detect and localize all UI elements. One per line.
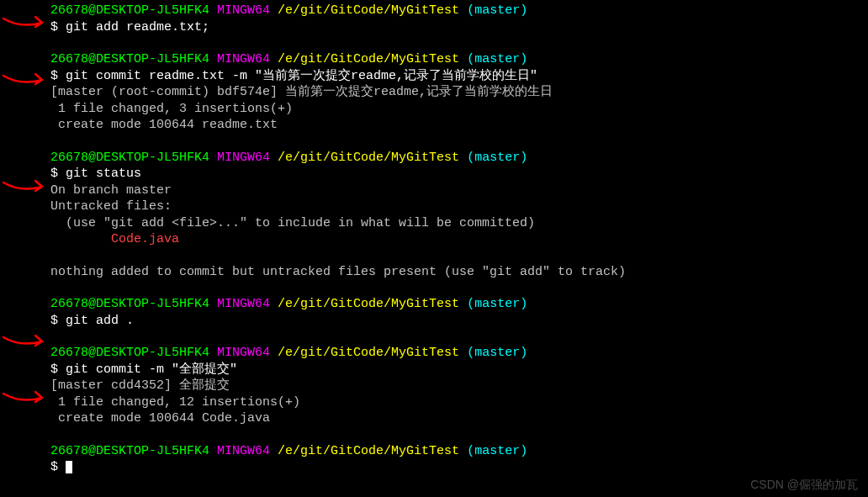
command-text: git commit readme.txt -m "当前第一次提交readme,… <box>66 69 537 83</box>
command-line[interactable]: $ git add readme.txt; <box>50 19 868 36</box>
output-line: 1 file changed, 3 insertions(+) <box>50 101 868 118</box>
command-text: git add . <box>66 314 134 328</box>
annotation-arrow-icon <box>0 72 49 93</box>
output-line: create mode 100644 readme.txt <box>50 117 868 134</box>
watermark: CSDN @倔强的加瓦 <box>750 477 858 492</box>
command-line[interactable]: $ git status <box>50 166 868 182</box>
path: /e/git/GitCode/MyGitTest <box>278 3 459 18</box>
prompt-line: 26678@DESKTOP-JL5HFK4 MINGW64 /e/git/Git… <box>50 296 868 313</box>
terminal-block: 26678@DESKTOP-JL5HFK4 MINGW64 /e/git/Git… <box>50 443 868 476</box>
cursor <box>66 461 72 473</box>
prompt-line: 26678@DESKTOP-JL5HFK4 MINGW64 /e/git/Git… <box>50 150 868 167</box>
shell-name: MINGW64 <box>217 3 270 18</box>
annotation-arrow-icon <box>0 15 49 36</box>
prompt-line: 26678@DESKTOP-JL5HFK4 MINGW64 /e/git/Git… <box>50 3 868 19</box>
terminal-block: 26678@DESKTOP-JL5HFK4 MINGW64 /e/git/Git… <box>50 3 868 35</box>
output-line: Untracked files: <box>50 198 868 215</box>
prompt-line: 26678@DESKTOP-JL5HFK4 MINGW64 /e/git/Git… <box>50 345 868 362</box>
user-host: 26678@DESKTOP-JL5HFK4 <box>50 3 209 18</box>
branch: (master) <box>467 3 527 18</box>
annotation-arrow-icon <box>0 334 49 355</box>
command-line[interactable]: $ <box>50 459 868 476</box>
command-text: git status <box>66 167 141 181</box>
terminal-block: 26678@DESKTOP-JL5HFK4 MINGW64 /e/git/Git… <box>50 345 868 427</box>
command-line[interactable]: $ git commit readme.txt -m "当前第一次提交readm… <box>50 68 868 85</box>
prompt-symbol: $ <box>50 20 58 34</box>
output-line: 1 file changed, 12 insertions(+) <box>50 394 868 411</box>
prompt-line: 26678@DESKTOP-JL5HFK4 MINGW64 /e/git/Git… <box>50 443 868 460</box>
command-line[interactable]: $ git commit -m "全部提交" <box>50 362 868 378</box>
output-line: On branch master <box>50 182 868 199</box>
untracked-file: Code.java <box>50 231 868 248</box>
terminal-block: 26678@DESKTOP-JL5HFK4 MINGW64 /e/git/Git… <box>50 51 868 134</box>
terminal-block: 26678@DESKTOP-JL5HFK4 MINGW64 /e/git/Git… <box>50 296 868 329</box>
command-text: git add readme.txt; <box>66 20 209 34</box>
output-line: (use "git add <file>..." to include in w… <box>50 215 868 232</box>
prompt-line: 26678@DESKTOP-JL5HFK4 MINGW64 /e/git/Git… <box>50 51 868 68</box>
output-line: [master (root-commit) bdf574e] 当前第一次提交re… <box>50 84 868 101</box>
output-line: create mode 100644 Code.java <box>50 410 868 427</box>
annotation-arrow-icon <box>0 179 49 200</box>
output-line: [master cdd4352] 全部提交 <box>50 378 868 394</box>
terminal-block: 26678@DESKTOP-JL5HFK4 MINGW64 /e/git/Git… <box>50 150 868 281</box>
annotation-arrow-icon <box>0 390 49 411</box>
command-text: git commit -m "全部提交" <box>66 362 237 377</box>
command-line[interactable]: $ git add . <box>50 313 868 330</box>
output-line: nothing added to commit but untracked fi… <box>50 264 868 281</box>
